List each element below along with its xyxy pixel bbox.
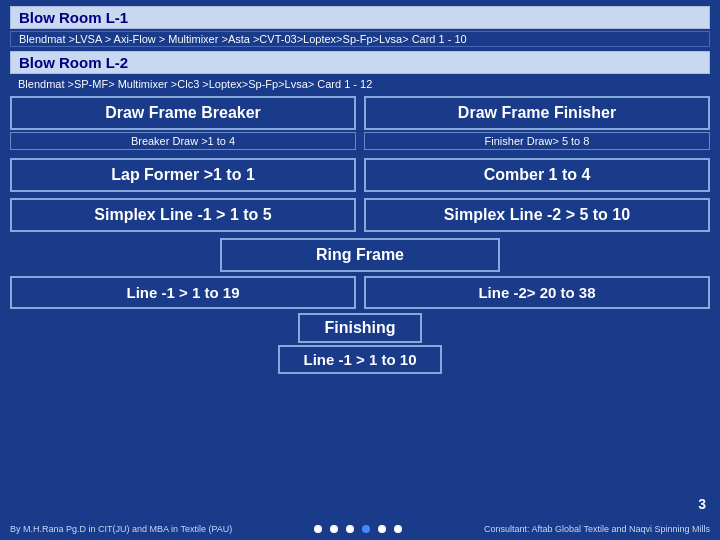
dot6: [394, 525, 402, 533]
draw-frame-finisher-box: Draw Frame Finisher: [364, 96, 710, 130]
footer-left: By M.H.Rana Pg.D in CIT(JU) and MBA in T…: [10, 524, 232, 534]
page: Blow Room L-1 Blendmat >LVSA > Axi-Flow …: [0, 0, 720, 540]
lap-comber-row: Lap Former >1 to 1 Comber 1 to 4: [10, 158, 710, 194]
draw-frame-breaker-box: Draw Frame Breaker: [10, 96, 356, 130]
draw-frame-finisher-sub: Finisher Draw> 5 to 8: [364, 132, 710, 150]
ring-frame-lines: Line -1 > 1 to 19 Line -2> 20 to 38: [10, 276, 710, 309]
blow-room-l1-subheader: Blendmat >LVSA > Axi-Flow > Multimixer >…: [10, 31, 710, 47]
blow-room-l2-subheader: Blendmat >SP-MF> Multimixer >Clc3 >Lopte…: [10, 76, 710, 92]
dot2: [330, 525, 338, 533]
ring-frame-line2: Line -2> 20 to 38: [364, 276, 710, 309]
draw-frame-finisher-col: Draw Frame Finisher Finisher Draw> 5 to …: [364, 96, 710, 154]
blow-room-l2-title: Blow Room L-2: [10, 51, 710, 74]
comber-box: Comber 1 to 4: [364, 158, 710, 192]
ring-frame-line1: Line -1 > 1 to 19: [10, 276, 356, 309]
lap-former-box: Lap Former >1 to 1: [10, 158, 356, 192]
finishing-section: Finishing Line -1 > 1 to 10: [10, 313, 710, 374]
footer: By M.H.Rana Pg.D in CIT(JU) and MBA in T…: [0, 524, 720, 534]
simplex-line2-col: Simplex Line -2 > 5 to 10: [364, 198, 710, 234]
draw-frame-breaker-sub: Breaker Draw >1 to 4: [10, 132, 356, 150]
finishing-title: Finishing: [298, 313, 421, 343]
ring-frame-header-row: Ring Frame: [10, 238, 710, 272]
dot1: [314, 525, 322, 533]
draw-frame-row: Draw Frame Breaker Breaker Draw >1 to 4 …: [10, 96, 710, 154]
dot3: [346, 525, 354, 533]
dots-center: [314, 524, 402, 534]
dot5: [378, 525, 386, 533]
draw-frame-breaker-col: Draw Frame Breaker Breaker Draw >1 to 4: [10, 96, 356, 154]
simplex-line1-col: Simplex Line -1 > 1 to 5: [10, 198, 356, 234]
ring-frame-title: Ring Frame: [220, 238, 500, 272]
simplex-row: Simplex Line -1 > 1 to 5 Simplex Line -2…: [10, 198, 710, 234]
simplex-line2-box: Simplex Line -2 > 5 to 10: [364, 198, 710, 232]
finishing-line: Line -1 > 1 to 10: [278, 345, 443, 374]
footer-right: Consultant: Aftab Global Textile and Naq…: [484, 524, 710, 534]
simplex-line1-box: Simplex Line -1 > 1 to 5: [10, 198, 356, 232]
blow-room-l1-title: Blow Room L-1: [10, 6, 710, 29]
dot4: [362, 525, 370, 533]
comber-col: Comber 1 to 4: [364, 158, 710, 194]
lap-former-col: Lap Former >1 to 1: [10, 158, 356, 194]
page-number: 3: [698, 496, 706, 512]
